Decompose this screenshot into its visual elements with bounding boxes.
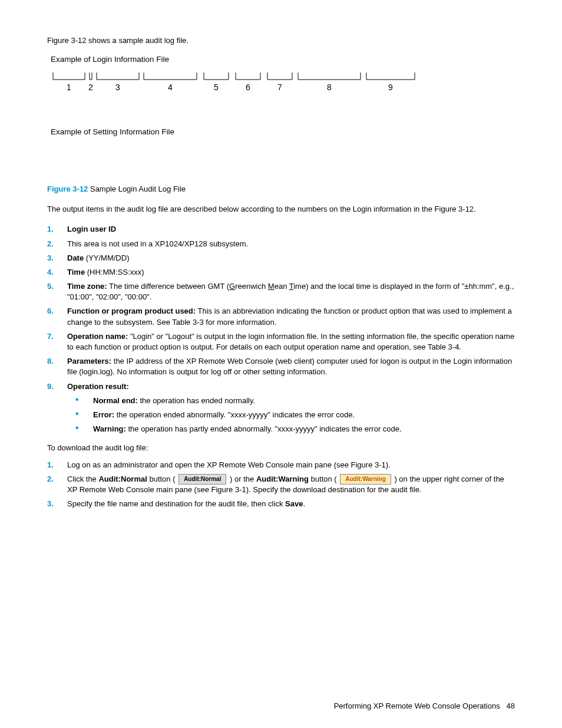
step-text: Log on as an administrator and open the … xyxy=(67,460,515,470)
list-item: 7. Operation name: "Login" or "Logout" i… xyxy=(47,331,515,353)
step-item: 2. Click the Audit:Normal button ( Audit… xyxy=(47,474,515,496)
login-file-diagram: 1 2 3 4 5 6 7 8 9 xyxy=(51,70,515,97)
figure-label: Figure 3-12 xyxy=(47,185,88,193)
list-item: 4. Time (HH:MM:SS:xxx) xyxy=(47,267,515,278)
item-title: Time xyxy=(67,268,85,276)
item-text: The time difference between GMT ( xyxy=(107,282,229,291)
item-number: 4. xyxy=(47,267,67,278)
item-title: Function or program product used: xyxy=(67,307,196,315)
steps-list: 1. Log on as an administrator and open t… xyxy=(47,460,515,510)
sub-text: the operation has partly ended abnormall… xyxy=(126,424,402,433)
svg-text:1: 1 xyxy=(67,83,71,92)
list-item: 9. Operation result: • Normal end: the o… xyxy=(47,381,515,439)
figure-title: Sample Login Audit Log File xyxy=(88,185,186,193)
audit-normal-button-icon: Audit:Normal xyxy=(178,474,226,485)
step-number: 3. xyxy=(47,499,67,509)
sub-text: the operation ended abnormally. "xxxx-yy… xyxy=(114,410,355,419)
step-number: 2. xyxy=(47,474,67,485)
item-number: 3. xyxy=(47,253,67,263)
item-text: This area is not used in a XP1024/XP128 … xyxy=(67,239,248,248)
operation-result-list: • Normal end: the operation has ended no… xyxy=(67,396,515,435)
audit-warning-button-icon: Audit:Warning xyxy=(340,474,391,485)
svg-text:2: 2 xyxy=(88,83,93,92)
item-text: (YY/MM/DD) xyxy=(84,253,129,262)
item-title: Operation result: xyxy=(67,382,129,391)
item-number: 6. xyxy=(47,306,67,317)
svg-text:7: 7 xyxy=(277,83,282,92)
download-intro: To download the audit log file: xyxy=(47,443,515,453)
bullet-icon: • xyxy=(67,424,93,432)
sublist-item: • Error: the operation ended abnormally.… xyxy=(67,410,515,420)
item-number: 9. xyxy=(47,381,67,392)
sub-title: Warning: xyxy=(93,424,126,433)
step-text: Specify the file name and destination fo… xyxy=(67,499,515,509)
intro-text: Figure 3-12 shows a sample audit log fil… xyxy=(47,35,515,46)
list-item: 3. Date (YY/MM/DD) xyxy=(47,253,515,263)
sublist-item: • Warning: the operation has partly ende… xyxy=(67,424,515,434)
item-text: "Login" or "Logout" is output in the log… xyxy=(67,332,514,351)
list-item: 2. This area is not used in a XP1024/XP1… xyxy=(47,239,515,249)
sub-title: Error: xyxy=(93,410,114,419)
item-number: 2. xyxy=(47,239,67,249)
items-list: 1. Login user ID 2. This area is not use… xyxy=(47,224,515,438)
sub-text: the operation has ended normally. xyxy=(138,396,255,405)
item-number: 5. xyxy=(47,281,67,292)
svg-text:6: 6 xyxy=(246,83,250,92)
step-text: Click the Audit:Normal button ( Audit:No… xyxy=(67,474,515,496)
svg-text:5: 5 xyxy=(214,83,219,92)
item-title: Login user ID xyxy=(67,225,116,233)
step-number: 1. xyxy=(47,460,67,470)
item-text: the IP address of the XP Remote Web Cons… xyxy=(67,357,512,376)
example1-title: Example of Login Information File xyxy=(51,54,515,65)
item-title: Operation name: xyxy=(67,332,128,341)
item-number: 8. xyxy=(47,356,67,367)
bullet-icon: • xyxy=(67,396,93,404)
svg-text:9: 9 xyxy=(388,83,393,92)
list-item: 1. Login user ID xyxy=(47,224,515,235)
example2-title: Example of Setting Information File xyxy=(51,127,515,138)
list-item: 8. Parameters: the IP address of the XP … xyxy=(47,356,515,377)
svg-text:4: 4 xyxy=(168,83,173,92)
item-title: Parameters: xyxy=(67,357,111,365)
item-title: Time zone: xyxy=(67,282,107,291)
step-item: 1. Log on as an administrator and open t… xyxy=(47,460,515,470)
sub-title: Normal end: xyxy=(93,396,138,405)
items-description: The output items in the audit log file a… xyxy=(47,204,515,215)
svg-text:8: 8 xyxy=(327,83,332,92)
figure-caption: Figure 3-12 Sample Login Audit Log File xyxy=(47,184,515,195)
step-item: 3. Specify the file name and destination… xyxy=(47,499,515,509)
item-number: 7. xyxy=(47,331,67,342)
item-title: Date xyxy=(67,253,84,262)
svg-text:3: 3 xyxy=(115,83,120,92)
sublist-item: • Normal end: the operation has ended no… xyxy=(67,396,515,406)
list-item: 6. Function or program product used: Thi… xyxy=(47,306,515,327)
bullet-icon: • xyxy=(67,410,93,418)
list-item: 5. Time zone: The time difference betwee… xyxy=(47,281,515,302)
item-text: (HH:MM:SS:xxx) xyxy=(85,268,144,276)
item-number: 1. xyxy=(47,224,67,235)
